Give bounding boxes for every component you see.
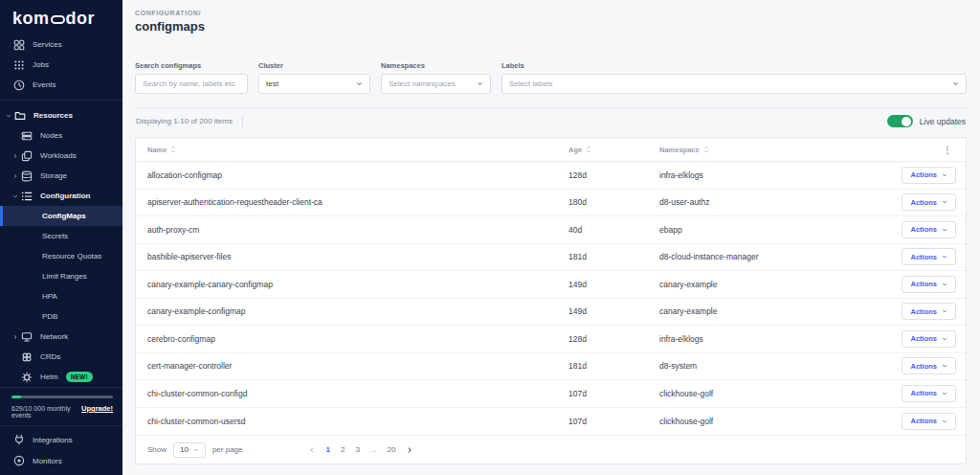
table-body: allocation-configmap128dinfra-elklogsAct… [136,162,966,435]
table-row[interactable]: apiserver-authentication-requestheader-c… [136,190,966,217]
cell-actions: Actions [902,167,966,184]
table-row[interactable]: canary-example-configmap149dcanary-examp… [136,299,966,327]
namespaces-select[interactable]: Select namespaces [381,74,491,94]
sidebar-footer-nav: IntegrationsMonitors [0,425,122,475]
sidebar-item-hpa[interactable]: HPA [0,286,122,306]
table-row[interactable]: allocation-configmap128dinfra-elklogsAct… [136,162,966,190]
chevron-right-icon[interactable] [12,173,21,179]
filter-label: Namespaces [381,61,491,70]
actions-button[interactable]: Actions [902,385,956,402]
cell-actions: Actions [902,303,966,320]
sidebar-item-configuration[interactable]: Configuration [0,186,122,206]
live-updates-toggle[interactable] [887,115,913,127]
filter-label: Search configmaps [135,61,248,70]
komodor-logo[interactable]: komdor [0,0,122,34]
sidebar-item-label: Resources [33,111,73,120]
cell-actions: Actions [902,413,966,430]
page-number-2[interactable]: 2 [341,445,345,454]
table-row[interactable]: cerebro-configmap128dinfra-elklogsAction… [136,326,966,353]
sidebar-item-nodes[interactable]: Nodes [0,125,122,146]
actions-button[interactable]: Actions [902,330,956,348]
sort-icon[interactable] [170,146,176,153]
select-value: Select labels [509,79,947,88]
sidebar-item-helm[interactable]: HelmNEW! [0,367,122,387]
cell-age: 128d [568,334,659,344]
sidebar-item-monitors[interactable]: Monitors [0,450,122,471]
chevron-down-icon [942,336,947,342]
cell-actions: Actions [902,248,966,265]
chevron-down-icon[interactable] [12,193,21,199]
cell-name: canary-example-configmap [136,306,568,316]
column-header-namespace[interactable]: Namespace [659,146,860,154]
sidebar-item-item[interactable] [0,471,122,475]
table-row[interactable]: cert-manager-controller181dd8-systemActi… [136,353,966,381]
sidebar-item-storage[interactable]: Storage [0,166,122,186]
page-number-3[interactable]: 3 [355,445,359,454]
sidebar-item-events[interactable]: Events [0,75,122,95]
upgrade-link[interactable]: Upgrade! [81,404,113,413]
sidebar-item-integrations[interactable]: Integrations [0,429,122,450]
sidebar-item-resources[interactable]: Resources [0,105,122,125]
sidebar-item-pdb[interactable]: PDB [0,306,122,327]
chevron-right-icon[interactable] [12,153,21,159]
page-number-1[interactable]: 1 [326,445,330,454]
sort-icon[interactable] [586,146,591,153]
sidebar-item-limit-ranges[interactable]: Limit Ranges [0,266,122,286]
cell-namespace: d8-user-authz [659,197,860,207]
monitors-icon [13,455,25,466]
nodes-icon [21,130,33,142]
kebab-menu-icon[interactable]: ⋮ [943,145,966,155]
sidebar-item-workloads[interactable]: Workloads [0,146,122,166]
sidebar-item-configmaps[interactable]: ConfigMaps [0,206,122,226]
chevron-down-icon [942,363,947,369]
sidebar-item-resource-quotas[interactable]: Resource Quotas [0,246,122,266]
actions-button[interactable]: Actions [902,357,956,374]
chevron-down-icon [942,227,947,233]
per-page-select[interactable]: 10 [173,442,206,458]
chevron-down-icon[interactable] [6,113,14,119]
column-header-age[interactable]: Age [568,146,659,154]
cell-name: allocation-configmap [136,170,568,180]
cell-age: 128d [568,170,659,180]
cell-namespace: clickhouse-golf [659,417,860,426]
actions-button[interactable]: Actions [902,167,956,184]
logo-text-prefix: kom [12,9,50,29]
table-row[interactable]: canary-example-canary-configmap149dcanar… [136,271,966,299]
sidebar-item-secrets[interactable]: Secrets [0,226,122,246]
table-row[interactable]: auth-proxy-cm40debappActions [136,216,966,244]
sidebar-item-jobs[interactable]: Jobs [0,55,122,75]
actions-button[interactable]: Actions [902,303,956,320]
select-value: test [266,79,350,88]
column-header-name[interactable]: Name [136,146,568,154]
column-label: Namespace [659,146,700,154]
search-configmaps-input[interactable] [135,74,248,94]
actions-button[interactable]: Actions [902,413,956,430]
actions-button[interactable]: Actions [902,276,956,293]
sidebar-item-label: Services [33,40,62,49]
search-input[interactable] [143,79,240,88]
cell-namespace: canary-example [659,280,860,289]
table-row[interactable]: bashible-apiserver-files181dd8-cloud-ins… [136,244,966,272]
sidebar-item-crds[interactable]: CRDs [0,347,122,367]
sidebar-item-services[interactable]: Services [0,34,122,55]
next-page-icon[interactable] [406,446,413,454]
actions-button[interactable]: Actions [902,248,956,265]
sort-icon[interactable] [703,146,709,153]
page-number-20[interactable]: 20 [388,445,396,454]
labels-select[interactable]: Select labels [501,74,967,94]
sidebar-item-network[interactable]: Network [0,327,122,347]
sidebar-item-label: Resource Quotas [42,252,101,260]
actions-button[interactable]: Actions [902,193,956,211]
actions-button[interactable]: Actions [902,221,956,238]
chevron-right-icon[interactable] [12,334,21,340]
actions-button-label: Actions [910,307,937,316]
cell-name: auth-proxy-cm [136,225,568,235]
table-row[interactable]: chi-cluster-common-configd107dclickhouse… [136,380,966,408]
actions-button-label: Actions [910,225,937,234]
cell-age: 107d [568,417,659,426]
cell-namespace: infra-elklogs [659,334,860,344]
per-page-value: 10 [180,445,189,454]
summary-divider [242,116,243,126]
cluster-select[interactable]: test [258,74,370,94]
table-row[interactable]: chi-cluster-common-usersd107dclickhouse-… [136,408,966,436]
